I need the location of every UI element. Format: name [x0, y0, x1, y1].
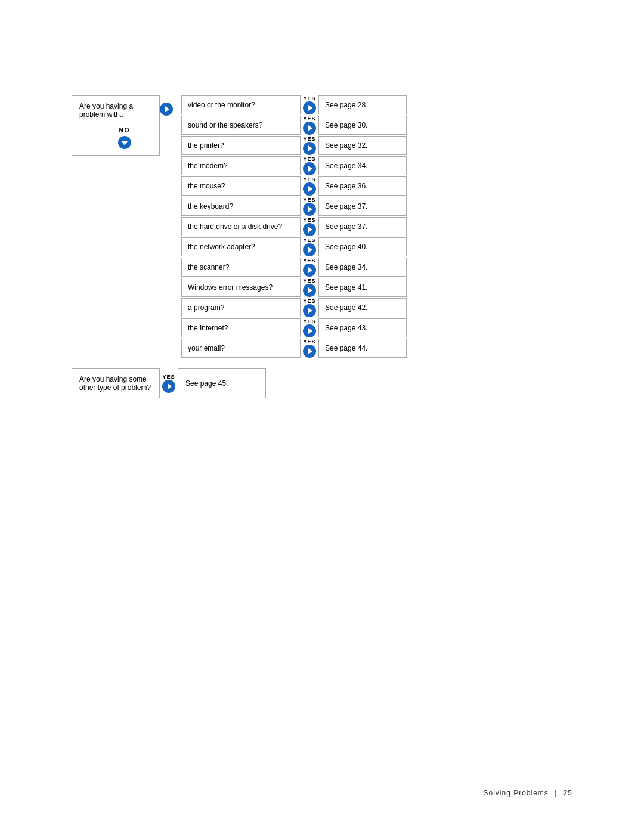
yes-arrow-icon: [303, 142, 316, 155]
yes-arrow-section: YES: [303, 136, 316, 155]
main-question-text: Are you having a problem with...: [79, 102, 133, 119]
yes-label: YES: [303, 176, 315, 182]
bottom-yes-arrow-section: YES: [162, 374, 175, 393]
item-question-box: sound or the speakers?: [181, 116, 301, 135]
yes-arrow-section: YES: [303, 95, 316, 114]
result-box: See page 43.: [318, 318, 407, 337]
yes-label: YES: [303, 258, 315, 264]
yes-label: YES: [303, 318, 315, 324]
item-question-box: the Internet?: [181, 318, 301, 337]
yes-label: YES: [303, 278, 315, 284]
yes-arrow-icon: [303, 162, 316, 175]
item-question-box: your email?: [181, 339, 301, 358]
yes-label: YES: [303, 156, 315, 162]
item-row: Windows error messages?YESSee page 41.: [181, 278, 407, 297]
yes-label: YES: [303, 217, 315, 223]
result-box: See page 34.: [318, 258, 407, 277]
yes-arrow-icon: [303, 243, 316, 256]
footer-page-number: 25: [564, 789, 572, 797]
item-row: sound or the speakers?YESSee page 30.: [181, 116, 407, 135]
yes-arrow-section: YES: [303, 298, 316, 317]
item-question-box: the printer?: [181, 136, 301, 155]
result-box: See page 37.: [318, 197, 407, 216]
yes-arrow-section: YES: [303, 237, 316, 256]
item-row: a program?YESSee page 42.: [181, 298, 407, 317]
result-box: See page 28.: [318, 95, 407, 114]
page-footer: Solving Problems | 25: [483, 789, 572, 797]
page-container: Are you having a problem with... NO vide…: [0, 0, 644, 833]
yes-arrow-section: YES: [303, 176, 316, 196]
footer-pipe: |: [555, 789, 557, 797]
item-row: the printer?YESSee page 32.: [181, 136, 407, 155]
result-box: See page 36.: [318, 176, 407, 196]
item-row: the modem?YESSee page 34.: [181, 156, 407, 175]
item-question-box: Windows error messages?: [181, 278, 301, 297]
result-box: See page 44.: [318, 339, 407, 358]
yes-label: YES: [303, 339, 315, 345]
bottom-result-box: See page 45.: [178, 368, 266, 398]
items-column: video or the monitor?YESSee page 28.soun…: [181, 95, 407, 359]
item-question-box: video or the monitor?: [181, 95, 301, 114]
item-row: the mouse?YESSee page 36.: [181, 176, 407, 196]
yes-label: YES: [303, 116, 315, 122]
item-row: the network adapter?YESSee page 40.: [181, 237, 407, 256]
yes-label: YES: [303, 237, 315, 243]
yes-arrow-icon: [303, 182, 316, 196]
yes-arrow-icon: [303, 345, 316, 358]
result-box: See page 37.: [318, 217, 407, 236]
yes-arrow-icon: [303, 223, 316, 236]
yes-arrow-section: YES: [303, 278, 316, 297]
yes-label: YES: [303, 136, 315, 142]
bottom-yes-label: YES: [162, 374, 175, 380]
item-row: the Internet?YESSee page 43.: [181, 318, 407, 337]
bottom-yes-arrow-icon: [162, 380, 175, 393]
no-section: NO: [97, 127, 152, 149]
no-label: NO: [119, 127, 131, 134]
yes-arrow-icon: [303, 203, 316, 216]
bottom-section: Are you having some other type of proble…: [72, 368, 572, 398]
yes-arrow-section: YES: [303, 318, 316, 337]
bottom-question-text: Are you having some other type of proble…: [79, 375, 151, 392]
yes-arrow-icon: [303, 304, 316, 317]
item-row: the scanner?YESSee page 34.: [181, 258, 407, 277]
item-question-box: the mouse?: [181, 176, 301, 196]
yes-arrow-section: YES: [303, 116, 316, 135]
result-box: See page 42.: [318, 298, 407, 317]
item-question-box: a program?: [181, 298, 301, 317]
main-flow: Are you having a problem with... NO vide…: [72, 95, 572, 359]
result-box: See page 40.: [318, 237, 407, 256]
bottom-result-text: See page 45.: [185, 379, 228, 388]
item-question-box: the scanner?: [181, 258, 301, 277]
yes-arrow-icon: [303, 264, 316, 277]
item-question-box: the keyboard?: [181, 197, 301, 216]
yes-label: YES: [303, 298, 315, 304]
bottom-question-box: Are you having some other type of proble…: [72, 368, 160, 398]
item-row: video or the monitor?YESSee page 28.: [181, 95, 407, 114]
main-right-arrow-icon: [160, 103, 173, 116]
yes-label: YES: [303, 95, 315, 101]
main-question-box: Are you having a problem with... NO: [72, 95, 160, 156]
item-question-box: the modem?: [181, 156, 301, 175]
result-box: See page 32.: [318, 136, 407, 155]
yes-arrow-section: YES: [303, 156, 316, 175]
result-box: See page 30.: [318, 116, 407, 135]
yes-arrow-section: YES: [303, 258, 316, 277]
result-box: See page 41.: [318, 278, 407, 297]
item-question-box: the network adapter?: [181, 237, 301, 256]
item-row: your email?YESSee page 44.: [181, 339, 407, 358]
item-question-box: the hard drive or a disk drive?: [181, 217, 301, 236]
item-row: the keyboard?YESSee page 37.: [181, 197, 407, 216]
yes-label: YES: [303, 197, 315, 203]
yes-arrow-section: YES: [303, 339, 316, 358]
yes-arrow-icon: [303, 324, 316, 337]
yes-arrow-icon: [303, 101, 316, 114]
footer-text: Solving Problems: [483, 789, 548, 797]
item-row: the hard drive or a disk drive?YESSee pa…: [181, 217, 407, 236]
yes-arrow-section: YES: [303, 217, 316, 236]
yes-arrow-section: YES: [303, 197, 316, 216]
no-arrow-icon: [118, 136, 131, 149]
yes-arrow-icon: [303, 284, 316, 297]
yes-arrow-icon: [303, 122, 316, 135]
main-arrow-right-section: [160, 95, 179, 116]
result-box: See page 34.: [318, 156, 407, 175]
